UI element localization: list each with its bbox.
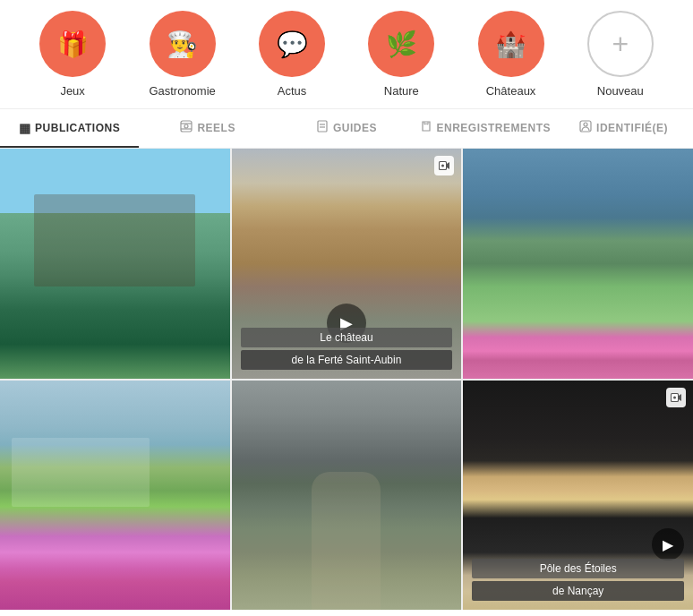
category-jeux-circle: 🎁 <box>39 11 106 77</box>
overlay-2: Le château de la Ferté Saint-Aubin <box>232 321 462 379</box>
overlay-line1-6: Pôle des Étoiles <box>472 559 684 578</box>
video-badge-6 <box>666 388 686 407</box>
castle-silhouette-1 <box>34 194 195 287</box>
photo-cell-2[interactable]: ▶ Le château de la Ferté Saint-Aubin <box>232 149 462 379</box>
guides-icon <box>316 120 329 135</box>
tab-publications[interactable]: ▦ PUBLICATIONS <box>0 109 139 148</box>
category-gastronomie-label: Gastronomie <box>149 84 215 98</box>
overlay-line2-6: de Nançay <box>472 581 684 601</box>
category-nouveau-circle: + <box>587 11 654 77</box>
svg-point-14 <box>673 396 676 398</box>
tab-publications-label: PUBLICATIONS <box>35 122 120 134</box>
category-nature-label: Nature <box>384 84 419 98</box>
svg-point-1 <box>184 124 188 128</box>
photo-grid: ▶ Le château de la Ferté Saint-Aubin <box>0 149 693 610</box>
tab-reels[interactable]: REELS <box>139 109 278 148</box>
garden-path <box>312 472 381 610</box>
tab-enregistrements-label: ENREGISTREMENTS <box>437 122 552 134</box>
category-gastronomie[interactable]: 👨‍🍳 Gastronomie <box>149 11 215 98</box>
tab-guides[interactable]: GUIDES <box>278 109 416 148</box>
category-actus[interactable]: 💬 Actus <box>259 11 325 98</box>
plus-icon: + <box>612 28 629 61</box>
enregistrements-icon <box>420 120 432 135</box>
category-jeux-label: Jeux <box>60 84 84 98</box>
category-nature[interactable]: 🌿 Nature <box>368 11 434 98</box>
svg-rect-4 <box>318 121 327 132</box>
tab-guides-label: GUIDES <box>333 122 377 134</box>
photo-cell-3[interactable] <box>463 149 693 379</box>
castle-silhouette-4 <box>12 438 150 507</box>
tab-reels-label: REELS <box>197 122 235 134</box>
categories-bar: 🎁 Jeux 👨‍🍳 Gastronomie 💬 Actus 🌿 Nature … <box>0 0 693 109</box>
photo-cell-4[interactable] <box>0 381 230 611</box>
category-chateaux-circle: 🏰 <box>478 11 544 77</box>
photo-cell-5[interactable] <box>232 381 462 611</box>
publications-icon: ▦ <box>19 121 31 135</box>
category-nouveau[interactable]: + Nouveau <box>587 11 654 98</box>
tab-identifie-label: IDENTIFIÉ(E) <box>596 122 668 134</box>
svg-point-8 <box>584 123 587 126</box>
reels-icon <box>180 120 192 135</box>
video-badge-2 <box>434 156 454 175</box>
overlay-line1-2: Le château <box>241 328 453 347</box>
photo-cell-6[interactable]: ▶ Pôle des Étoiles de Nançay <box>463 381 693 611</box>
category-actus-label: Actus <box>278 84 307 98</box>
category-actus-circle: 💬 <box>259 11 325 77</box>
overlay-6: Pôle des Étoiles de Nançay <box>463 552 693 610</box>
identifie-icon <box>579 120 592 135</box>
category-nouveau-label: Nouveau <box>597 84 644 98</box>
category-gastronomie-circle: 👨‍🍳 <box>150 11 216 77</box>
tab-identifie[interactable]: IDENTIFIÉ(E) <box>554 109 693 148</box>
category-nature-circle: 🌿 <box>368 11 434 77</box>
tab-bar: ▦ PUBLICATIONS REELS GUIDES <box>0 109 693 149</box>
svg-rect-0 <box>181 121 192 132</box>
tab-enregistrements[interactable]: ENREGISTREMENTS <box>415 109 554 148</box>
photo-3-bg <box>463 149 693 379</box>
svg-point-11 <box>441 165 444 167</box>
category-jeux[interactable]: 🎁 Jeux <box>39 11 106 98</box>
photo-cell-1[interactable] <box>0 149 230 379</box>
overlay-line2-2: de la Ferté Saint-Aubin <box>241 350 453 370</box>
category-chateaux-label: Châteaux <box>486 84 536 98</box>
category-chateaux[interactable]: 🏰 Châteaux <box>478 11 544 98</box>
